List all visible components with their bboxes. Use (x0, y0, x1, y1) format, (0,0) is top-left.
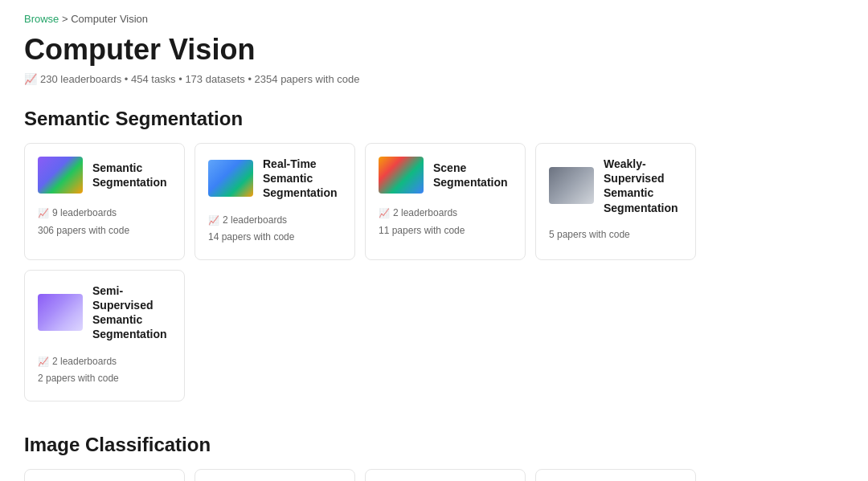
card-semantic-seg[interactable]: Semantic Segmentation📈9 leaderboards306 … (24, 143, 185, 260)
card-header: Semi-Supervised Semantic Segmentation (38, 283, 171, 342)
page-title: Computer Vision (24, 33, 844, 67)
leaderboard-icon: 📈 (208, 213, 219, 229)
card-papers: 306 papers with code (38, 222, 171, 240)
breadcrumb: Browse > Computer Vision (24, 13, 844, 25)
card-meta: 📈9 leaderboards306 papers with code (38, 205, 171, 239)
card-fewshot-image-class[interactable]: Few-Shot Image Classification📈5 leaderbo… (194, 469, 355, 481)
card-realtime-semantic-seg[interactable]: Real-Time Semantic Segmentation📈2 leader… (194, 143, 355, 260)
card-leaderboards: 📈2 leaderboards (208, 212, 342, 230)
card-finegrained-image-class[interactable]: Fine-Grained Image Classification📈8 lead… (535, 469, 696, 481)
section-image-classification: Image ClassificationImage Classification… (24, 434, 844, 481)
card-name: Semantic Segmentation (92, 161, 171, 190)
chart-icon: 📈 (24, 73, 37, 85)
card-meta: 5 papers with code (549, 226, 682, 244)
card-thumbnail (38, 157, 83, 194)
browse-link[interactable]: Browse (24, 13, 59, 25)
card-scene-seg[interactable]: Scene Segmentation📈2 leaderboards11 pape… (365, 143, 526, 260)
card-thumbnail (549, 167, 594, 204)
leaderboard-icon: 📈 (379, 206, 390, 222)
card-sequential-image-class[interactable]: Sequential Image Classification📈1 leader… (365, 469, 526, 481)
card-weakly-supervised-semantic-seg[interactable]: Weakly-Supervised Semantic Segmentation5… (535, 143, 696, 260)
card-leaderboards: 📈2 leaderboards (379, 205, 512, 222)
card-meta: 📈2 leaderboards11 papers with code (379, 205, 512, 239)
breadcrumb-current: Computer Vision (71, 13, 148, 25)
cards-row-image-classification: Image Classification📈28 leaderboards254 … (24, 469, 844, 481)
stats-bar: 📈 230 leaderboards • 454 tasks • 173 dat… (24, 73, 844, 85)
stats-text: 230 leaderboards • 454 tasks • 173 datas… (40, 73, 359, 85)
card-papers: 11 papers with code (379, 222, 512, 240)
card-thumbnail (38, 294, 83, 331)
section-title-image-classification: Image Classification (24, 434, 844, 456)
card-semi-supervised-semantic-seg[interactable]: Semi-Supervised Semantic Segmentation📈2 … (24, 270, 185, 402)
card-name: Scene Segmentation (433, 161, 512, 190)
card-header: Scene Segmentation (379, 157, 512, 194)
card-papers: 14 papers with code (208, 229, 342, 247)
card-header: Real-Time Semantic Segmentation (208, 157, 342, 201)
breadcrumb-separator: > (62, 13, 71, 25)
card-image-class[interactable]: Image Classification📈28 leaderboards254 … (24, 469, 185, 481)
card-thumbnail (208, 160, 253, 197)
card-header: Weakly-Supervised Semantic Segmentation (549, 157, 682, 215)
card-name: Weakly-Supervised Semantic Segmentation (604, 157, 682, 215)
card-leaderboards: 📈9 leaderboards (38, 205, 171, 222)
card-meta: 📈2 leaderboards14 papers with code (208, 212, 342, 247)
card-name: Real-Time Semantic Segmentation (263, 157, 342, 201)
card-thumbnail (379, 157, 424, 194)
card-meta: 📈2 leaderboards2 papers with code (38, 353, 171, 388)
leaderboard-icon: 📈 (38, 206, 49, 222)
cards-row-semantic-segmentation: Semantic Segmentation📈9 leaderboards306 … (24, 143, 844, 402)
card-leaderboards: 📈2 leaderboards (38, 353, 171, 371)
card-header: Semantic Segmentation (38, 157, 171, 194)
card-papers: 5 papers with code (549, 226, 682, 244)
card-name: Semi-Supervised Semantic Segmentation (92, 283, 171, 342)
section-semantic-segmentation: Semantic SegmentationSemantic Segmentati… (24, 108, 844, 402)
card-papers: 2 papers with code (38, 370, 171, 388)
section-title-semantic-segmentation: Semantic Segmentation (24, 108, 844, 130)
leaderboard-icon: 📈 (38, 354, 49, 370)
